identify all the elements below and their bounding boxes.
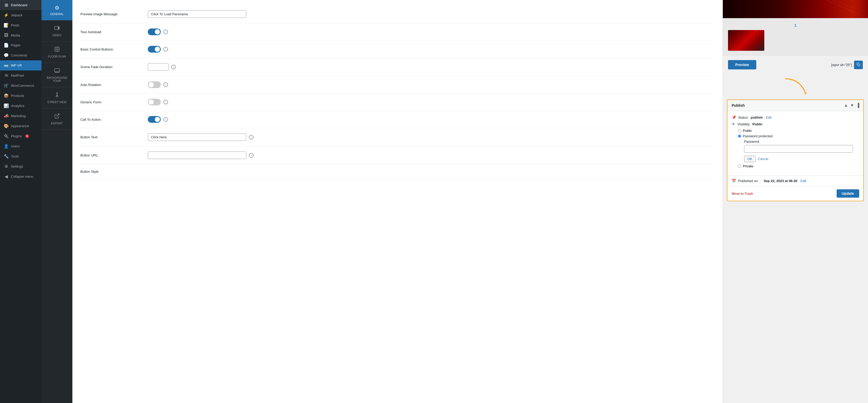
svg-rect-0 [55, 26, 58, 30]
sidebar-item-woocommerce[interactable]: 🛒 WooCommerce [0, 80, 41, 91]
visibility-icon: 👁 [732, 122, 735, 126]
button-text-input[interactable] [148, 133, 246, 141]
sidebar-item-label: Dashboard [11, 3, 28, 7]
auto-rotation-label: Auto Rotation: [81, 83, 148, 87]
plugin-subnav: ⚙ GENERAL VIDEO FLOOR PLAN BACK [41, 0, 72, 403]
plugins-icon: 🔌 [4, 134, 9, 139]
sidebar: ⊞ Dashboard ⚡ Jetpack 📝 Posts 🖼 Media 📄 … [0, 0, 41, 403]
generic-form-toggle[interactable] [148, 99, 161, 105]
publish-header-actions: ▲ ▼ ▐ [844, 103, 859, 108]
status-edit-link[interactable]: Edit [766, 115, 772, 120]
button-style-label: Button Style [81, 170, 148, 173]
right-panel: 1 Preview [wpvr id="25"] [723, 0, 868, 403]
button-url-input[interactable] [148, 152, 246, 159]
field-button-style: Button Style [81, 164, 715, 179]
analytics-icon: 📊 [4, 103, 9, 108]
basic-control-buttons-toggle[interactable] [148, 46, 161, 53]
sidebar-item-jetpack[interactable]: ⚡ Jetpack [0, 10, 41, 20]
woocommerce-icon: 🛒 [4, 83, 9, 88]
tour-autoload-info[interactable]: i [163, 30, 168, 34]
wpvr-icon: 🥽 [4, 63, 9, 68]
sidebar-item-posts[interactable]: 📝 Posts [0, 20, 41, 30]
publish-chevron-down[interactable]: ▼ [850, 103, 854, 108]
sidebar-item-mailpoet[interactable]: ✉ MailPoet [0, 70, 41, 80]
sidebar-item-appearance[interactable]: 🎨 Appearance [0, 121, 41, 131]
preview-button[interactable]: Preview [728, 60, 756, 69]
sidebar-item-label: Tools [11, 154, 19, 158]
sidebar-item-wpvr[interactable]: 🥽 WP VR [0, 60, 41, 70]
subnav-item-street-view[interactable]: STREET VIEW [41, 87, 72, 108]
publish-box: Publish ▲ ▼ ▐ 📌 Status: publish Edit � [727, 99, 864, 201]
cancel-button[interactable]: Cancel [758, 156, 768, 162]
export-icon [54, 113, 60, 120]
sidebar-item-dashboard[interactable]: ⊞ Dashboard [0, 0, 41, 10]
scene-fade-duration-input[interactable] [148, 63, 168, 71]
radio-password-protected[interactable]: Password protected [738, 134, 859, 138]
sidebar-item-comments[interactable]: 💬 Comments [0, 50, 41, 60]
sidebar-item-analytics[interactable]: 📊 Analytics [0, 101, 41, 111]
radio-private-label: Private [743, 164, 753, 168]
password-input[interactable] [744, 145, 853, 153]
sidebar-item-label: Media [11, 33, 20, 37]
basic-control-buttons-info[interactable]: i [163, 47, 168, 52]
button-text-info[interactable]: i [249, 135, 253, 140]
sidebar-item-media[interactable]: 🖼 Media [0, 30, 41, 40]
sidebar-item-collapse[interactable]: ◀ Collapse menu [0, 171, 41, 181]
sidebar-item-label: Plugins [11, 134, 22, 138]
status-icon: 📌 [732, 115, 736, 120]
ok-cancel-row: OK Cancel [744, 156, 859, 162]
panorama-thumbnail [728, 30, 764, 51]
sidebar-item-label: Comments [11, 53, 27, 57]
call-to-action-info[interactable]: i [163, 117, 168, 122]
subnav-item-export[interactable]: EXPORT [41, 108, 72, 130]
scene-fade-duration-info[interactable]: i [171, 65, 176, 69]
sidebar-item-label: Collapse menu [11, 174, 33, 178]
publish-status-row: 📌 Status: publish Edit [732, 115, 859, 120]
media-icon: 🖼 [4, 33, 9, 38]
radio-public[interactable]: Public [738, 129, 859, 133]
button-url-control: i [148, 152, 715, 159]
move-to-trash-link[interactable]: Move to Trash [732, 192, 753, 196]
button-text-label: Button Text: [81, 135, 148, 139]
sidebar-item-plugins[interactable]: 🔌 Plugins 5 [0, 131, 41, 141]
preview-image-message-control [148, 10, 715, 18]
svg-line-9 [57, 114, 59, 116]
publish-scrollbar-handle[interactable]: ▐ [856, 103, 859, 108]
published-on-edit-link[interactable]: Edit [801, 179, 806, 183]
call-to-action-toggle[interactable] [148, 116, 161, 123]
generic-form-info[interactable]: i [163, 100, 168, 104]
preview-actions: Preview [wpvr id="25"] [723, 56, 868, 73]
svg-rect-13 [858, 64, 860, 66]
auto-rotation-info[interactable]: i [163, 82, 168, 87]
sidebar-item-tools[interactable]: 🔧 Tools [0, 151, 41, 161]
button-url-info[interactable]: i [249, 153, 253, 158]
sidebar-item-settings[interactable]: ⚙ Settings [0, 161, 41, 171]
field-tour-autoload: Tour Autoload: i [81, 23, 715, 41]
tour-autoload-control: i [148, 29, 715, 35]
published-on-row: 📅 Published on: Sep 22, 2023 at 06:30 Ed… [727, 175, 863, 186]
sidebar-item-marketing[interactable]: 📣 Marketing [0, 111, 41, 121]
subnav-label: FLOOR PLAN [48, 55, 66, 58]
scene-fade-duration-control: i [148, 63, 715, 71]
sidebar-item-users[interactable]: 👤 Users [0, 141, 41, 151]
subnav-item-general[interactable]: ⚙ GENERAL [41, 0, 72, 21]
publish-chevron-up[interactable]: ▲ [844, 103, 848, 108]
radio-private[interactable]: Private [738, 164, 859, 168]
copy-shortcode-button[interactable] [854, 61, 863, 69]
field-auto-rotation: Auto Rotation: i [81, 76, 715, 94]
subnav-item-background-tour[interactable]: BACKGROUND TOUR [41, 63, 72, 87]
sidebar-item-pages[interactable]: 📄 Pages [0, 40, 41, 50]
publish-title: Publish [732, 103, 745, 107]
update-button[interactable]: Update [837, 189, 859, 198]
subnav-item-video[interactable]: VIDEO [41, 21, 72, 42]
sidebar-item-products[interactable]: 📦 Products [0, 91, 41, 101]
sidebar-item-label: Pages [11, 43, 21, 47]
tour-autoload-toggle[interactable] [148, 29, 161, 35]
ok-button[interactable]: OK [744, 156, 756, 162]
button-text-control: i [148, 133, 715, 141]
auto-rotation-toggle[interactable] [148, 81, 161, 88]
subnav-item-floorplan[interactable]: FLOOR PLAN [41, 42, 72, 63]
sidebar-item-label: Analytics [11, 104, 24, 108]
field-preview-image-message: Preview Image Message: [81, 5, 715, 23]
preview-image-message-input[interactable] [148, 10, 246, 18]
